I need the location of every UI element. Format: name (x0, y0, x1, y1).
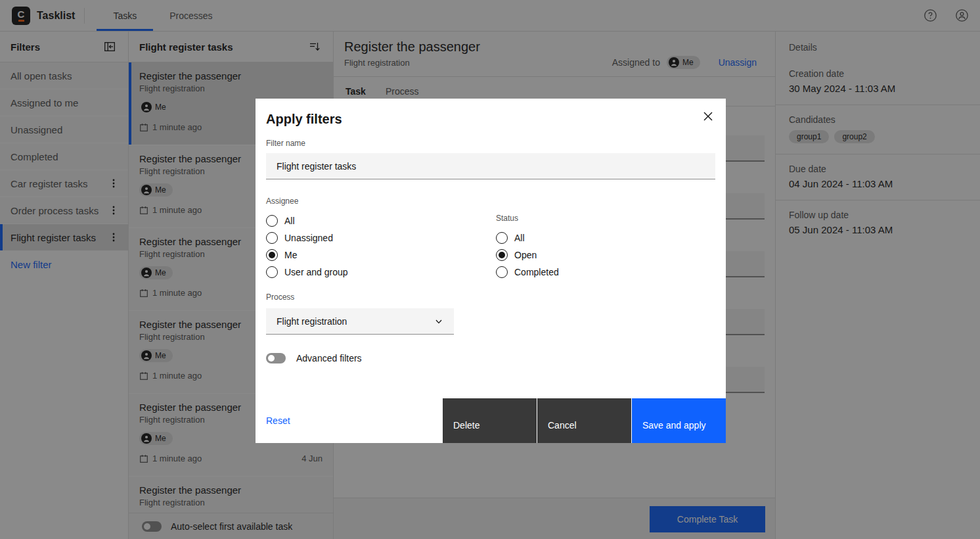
process-dropdown[interactable]: Flight registration (266, 308, 454, 335)
cancel-button[interactable]: Cancel (537, 398, 631, 443)
radio-input[interactable] (266, 232, 278, 244)
radio-input[interactable] (266, 215, 278, 227)
radio-assignee-unassigned[interactable]: Unassigned (266, 229, 496, 246)
tasklist-app: C Tasklist Tasks Processes (0, 0, 980, 539)
filter-name-input[interactable] (266, 153, 715, 179)
close-modal-button[interactable] (698, 106, 718, 126)
radio-assignee-all[interactable]: All (266, 212, 496, 229)
modal-title: Apply filters (266, 112, 715, 127)
radio-input[interactable] (496, 266, 508, 278)
close-icon (703, 112, 713, 121)
delete-button[interactable]: Delete (443, 398, 537, 443)
save-and-apply-button[interactable]: Save and apply (632, 398, 726, 443)
radio-assignee-user-group[interactable]: User and group (266, 264, 496, 281)
status-group: Status All Open Completed (496, 214, 559, 281)
radio-status-completed[interactable]: Completed (496, 264, 559, 281)
radio-input[interactable] (266, 249, 278, 261)
assignee-label: Assignee (266, 197, 496, 206)
radio-status-open[interactable]: Open (496, 246, 559, 264)
chevron-down-icon (434, 317, 443, 326)
radio-input[interactable] (496, 249, 508, 261)
status-label: Status (496, 214, 559, 223)
radio-assignee-me[interactable]: Me (266, 246, 496, 264)
apply-filters-modal: Apply filters Filter name Assignee All (256, 99, 726, 443)
assignee-group: Assignee All Unassigned Me (266, 197, 496, 281)
radio-input[interactable] (266, 266, 278, 278)
advanced-filters-label: Advanced filters (296, 353, 362, 363)
radio-status-all[interactable]: All (496, 229, 559, 246)
reset-button[interactable]: Reset (266, 415, 290, 426)
process-label: Process (266, 293, 715, 302)
filter-name-label: Filter name (266, 139, 715, 148)
radio-input[interactable] (496, 232, 508, 244)
advanced-filters-toggle[interactable] (266, 353, 286, 363)
modal-footer: Reset Delete Cancel Save and apply (256, 398, 726, 443)
